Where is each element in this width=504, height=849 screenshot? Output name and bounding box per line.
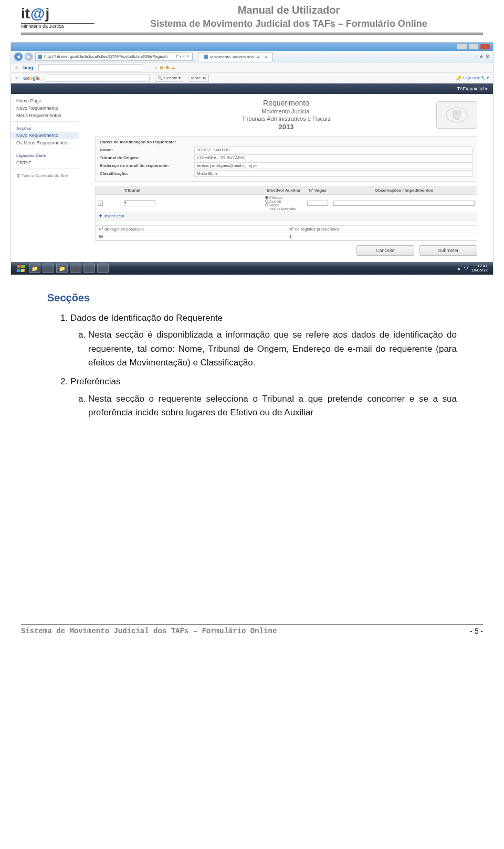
browser-tab[interactable]: Movimento Judicial dos TA... × — [198, 52, 272, 61]
req-title-4: 2013 — [136, 123, 436, 132]
tray-flag-icon: ▲ — [457, 266, 461, 271]
sidebar: Home Page Novo Requerimento Meus Requeri… — [11, 94, 79, 262]
reg-preenchidos-label: Nº de registos preenchidos — [286, 226, 477, 233]
col-tribunal: Tribunal — [108, 188, 265, 193]
tribunal-origem-value: COIMBRA - TRIBUTÁRIO — [194, 154, 472, 161]
google-toolbar: × Google 🔍 Search ▾ More ≫ 🔑 Sign In ▾ 🔧… — [11, 73, 493, 83]
window-buttons — [457, 44, 490, 49]
taskbar-icon-word[interactable]: W — [83, 264, 95, 273]
sidebar-item-os-meus[interactable]: Os Meus Requerimentos — [11, 139, 79, 146]
tribunal-select[interactable]: ▾ — [124, 200, 155, 206]
url-text: http://intranet.qualidade.local/sites/QT… — [44, 54, 168, 59]
at-icon: @ — [30, 5, 45, 22]
maximize-button[interactable] — [469, 44, 478, 49]
preferences-grid: Tribunal Efectivo/ Auxiliar Nº Vagas Obs… — [95, 186, 477, 241]
col-vagas: Nº Vagas — [302, 188, 333, 193]
forward-button[interactable]: ► — [25, 53, 33, 61]
grid-row: × ▾ Efectivo Auxiliar Vagas nunca previs… — [96, 195, 477, 212]
browser-url-bar: ◄ ► http://intranet.qualidade.local/site… — [11, 51, 493, 62]
logo: it @ j Ministério da Justiça — [21, 5, 94, 29]
google-signin[interactable]: 🔑 Sign In ▾ 🔧 ▾ — [456, 76, 489, 80]
browser-menu-icons[interactable]: ⌂ ★ ⚙ — [474, 54, 490, 59]
user-menu[interactable]: TAF\apoiotaf ▾ — [457, 86, 488, 91]
submit-button[interactable]: Submeter — [419, 245, 477, 256]
back-button[interactable]: ◄ — [14, 53, 23, 61]
item2a-text: Nesta secção o requerente selecciona o T… — [88, 392, 457, 420]
tribunal-origem-label: Tribunal de Origem: — [100, 155, 194, 160]
taskbar-icon-explorer[interactable]: 📁 — [29, 264, 40, 273]
bing-toolbar: × bing ☼ ✿ ✺ ☁ — [11, 62, 493, 73]
clock-date: 16/05/12 — [471, 268, 488, 272]
radio-nunca-previstas: nunca previstas — [270, 207, 296, 211]
sidebar-all-content[interactable]: 🗑 Todo o Conteúdo do Site — [11, 171, 79, 180]
google-search-button[interactable]: 🔍 Search ▾ — [155, 75, 183, 82]
footer-title: Sistema de Movimento Judicial dos TAFs –… — [21, 627, 277, 635]
manual-title: Manual de Utilizador — [94, 4, 483, 16]
col-efectivo: Efectivo/ Auxiliar — [265, 188, 302, 193]
item1a-text: Nesta secção é disponiblizada a informaç… — [88, 328, 457, 370]
req-title-1: Requerimento — [136, 98, 436, 108]
logo-text-prefix: it — [21, 5, 30, 22]
taskbar-icon-ie[interactable]: e — [43, 264, 54, 273]
sidebar-item-cstaf[interactable]: CSTAF — [11, 159, 79, 166]
tray-shield-icon: 🛡 — [464, 266, 468, 271]
bing-weather-icons[interactable]: ☼ ✿ ✺ ☁ — [154, 65, 175, 70]
coat-of-arms-icon — [436, 101, 477, 129]
req-title-2: Movimento Judicial — [136, 108, 436, 115]
item2-title: Preferências — [70, 376, 120, 386]
radio-auxiliar: Auxiliar — [269, 200, 281, 203]
page-number: - 5 - — [470, 627, 483, 635]
section-title: Secções — [47, 290, 457, 306]
google-more-button[interactable]: More ≫ — [188, 75, 208, 82]
logo-main: it @ j — [21, 5, 94, 22]
close-icon[interactable]: × — [15, 65, 18, 70]
page-footer: Sistema de Movimento Judicial dos TAFs –… — [0, 625, 504, 645]
sidebar-item-novo[interactable]: Novo Requerimento — [11, 104, 79, 112]
requerimento-header: Requerimento Movimento Judicial Tribunai… — [95, 98, 477, 132]
close-icon[interactable]: × — [15, 76, 18, 81]
sharepoint-body: Home Page Novo Requerimento Meus Requeri… — [11, 94, 493, 262]
page-icon — [38, 55, 42, 59]
start-button[interactable] — [14, 263, 27, 274]
system-tray[interactable]: ▲ 🛡 17:41 16/05/12 — [457, 264, 490, 272]
stats-values: 96 1 — [96, 233, 477, 240]
email-label: Endereço de e-mail do requerente: — [100, 163, 194, 168]
efectivo-auxiliar-radio[interactable]: Efectivo Auxiliar Vagas nunca previstas — [265, 196, 302, 211]
vagas-input[interactable] — [307, 201, 328, 206]
embedded-screenshot: ◄ ► http://intranet.qualidade.local/site… — [10, 42, 494, 275]
cancel-button[interactable]: Cancelar — [356, 245, 414, 256]
insert-item-link[interactable]: ✚ Inserir item — [96, 212, 477, 221]
list-item-1: Dados de Identificação do Requerente Nes… — [70, 311, 457, 370]
window-titlebar — [11, 43, 493, 51]
observacoes-input[interactable] — [333, 201, 475, 206]
document-body: Secções Dados de Identificação do Requer… — [0, 275, 504, 420]
minimize-button[interactable] — [457, 44, 467, 49]
email-value: teresa.j.rodrigues@mail.itij.mj.pt — [194, 162, 472, 169]
bing-search-input[interactable] — [38, 64, 143, 71]
main-content: Requerimento Movimento Judicial Tribunai… — [79, 94, 493, 262]
sidebar-item-home[interactable]: Home Page — [11, 97, 79, 104]
google-search-input[interactable] — [45, 75, 150, 82]
windows-taskbar: 📁 e 📁 O W ▭ ▲ 🛡 17:41 16/05/12 — [11, 262, 493, 275]
grid-header: Tribunal Efectivo/ Auxiliar Nº Vagas Obs… — [96, 186, 477, 195]
url-actions[interactable]: 𝖯 ▾ ¢ ✕ — [176, 54, 190, 59]
svg-point-1 — [455, 112, 458, 115]
reg-possiveis-label: Nº de registos possíveis — [96, 226, 286, 233]
logo-text-suffix: j — [45, 5, 49, 22]
sidebar-item-meus[interactable]: Meus Requerimentos — [11, 112, 79, 119]
header-titles: Manual de Utilizador Sistema de Moviment… — [94, 4, 483, 29]
taskbar-icon-window[interactable]: ▭ — [97, 264, 109, 273]
item1-title: Dados de Identificação do Requerente — [70, 313, 223, 323]
identification-section: Dados de identificação do requerente: No… — [95, 136, 477, 182]
sidebar-header-accoes: Acções — [11, 124, 79, 132]
taskbar-icon-folder[interactable]: 📁 — [56, 264, 68, 273]
close-button[interactable] — [480, 44, 490, 49]
sidebar-header-ligacoes: Ligações Úteis — [11, 151, 79, 159]
address-field[interactable]: http://intranet.qualidade.local/sites/QT… — [35, 53, 193, 61]
page-header: it @ j Ministério da Justiça Manual de U… — [0, 0, 504, 30]
form-buttons: Cancelar Submeter — [95, 241, 477, 256]
taskbar-icon-outlook[interactable]: O — [70, 264, 81, 273]
tab-title: Movimento Judicial dos TA... × — [210, 55, 267, 59]
sidebar-item-novo-requerimento[interactable]: Novo Requerimento — [11, 132, 79, 139]
row-delete-icon[interactable]: × — [98, 201, 103, 206]
